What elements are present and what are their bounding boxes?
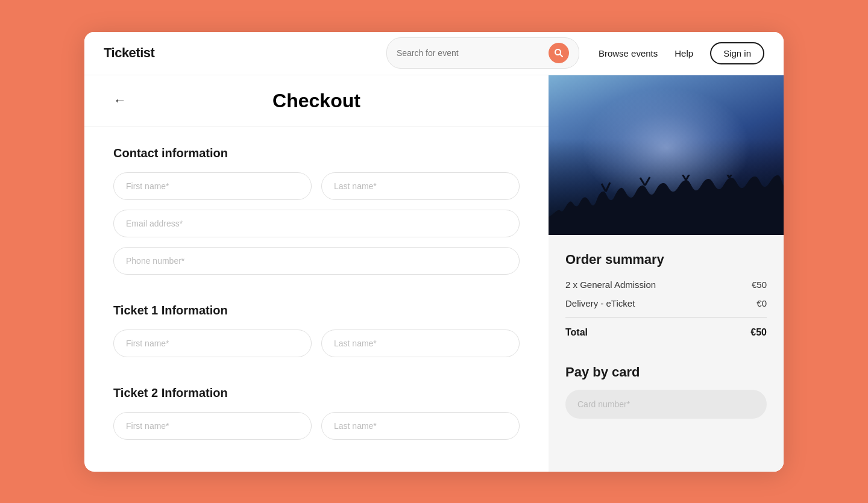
ticket2-name-row [113,412,520,440]
search-input[interactable] [397,48,544,58]
main-card: Ticketist Browse events Help Sign in ← C… [84,32,784,472]
svg-line-1 [560,54,562,57]
pay-title: Pay by card [565,364,767,380]
order-total-row: Total €50 [565,327,767,338]
svg-line-8 [725,175,729,178]
order-total-label: Total [565,327,588,338]
back-button[interactable]: ← [113,93,127,108]
card-number-input[interactable] [565,390,767,419]
ticket2-last-name[interactable] [321,412,520,440]
svg-line-5 [645,177,650,186]
ticket1-section-title: Ticket 1 Information [113,304,520,317]
contact-last-name[interactable] [321,172,520,200]
order-line-tickets: 2 x General Admission €50 [565,280,767,290]
nav-links: Browse events Help Sign in [599,42,764,64]
order-tickets-value: €50 [752,280,767,290]
order-summary-section: Order summary 2 x General Admission €50 … [549,235,784,364]
search-icon [554,48,564,58]
content-area: ← Checkout Contact information [84,75,784,472]
contact-phone[interactable] [113,247,520,275]
ticket1-name-row [113,330,520,357]
header: Ticketist Browse events Help Sign in [84,32,784,75]
right-panel: Order summary 2 x General Admission €50 … [549,75,784,472]
browse-events-link[interactable]: Browse events [599,48,658,58]
sign-in-button[interactable]: Sign in [710,42,764,64]
search-button[interactable] [549,43,569,63]
help-link[interactable]: Help [675,48,693,58]
left-panel: ← Checkout Contact information [84,75,549,472]
ticket2-section: Ticket 2 Information [84,386,549,469]
ticket1-first-name[interactable] [113,330,312,357]
order-summary-title: Order summary [565,252,767,267]
order-delivery-value: €0 [756,298,767,308]
svg-line-7 [686,175,691,180]
contact-phone-row [113,247,520,275]
svg-line-6 [681,175,686,180]
contact-section-title: Contact information [113,146,520,160]
contact-email-row [113,210,520,237]
pay-section: Pay by card [549,364,784,436]
order-total-value: €50 [750,327,767,338]
svg-line-2 [602,184,606,192]
contact-first-name[interactable] [113,172,312,200]
order-tickets-label: 2 x General Admission [565,280,656,290]
ticket1-section: Ticket 1 Information [84,304,549,386]
crowd-silhouette [549,175,784,235]
event-image [549,75,784,235]
svg-line-4 [640,178,645,186]
order-divider [565,317,767,317]
ticket1-last-name[interactable] [321,330,520,357]
search-container [386,37,579,69]
ticket2-section-title: Ticket 2 Information [113,386,520,400]
ticket2-first-name[interactable] [113,412,312,440]
checkout-title: Checkout [113,90,520,112]
order-line-delivery: Delivery - eTicket €0 [565,298,767,308]
svg-line-9 [729,175,734,178]
order-delivery-label: Delivery - eTicket [565,298,635,308]
logo: Ticketist [104,45,154,61]
contact-section: Contact information [84,127,549,304]
contact-email[interactable] [113,210,520,237]
contact-name-row [113,172,520,200]
checkout-header: ← Checkout [84,75,549,127]
svg-line-3 [606,183,610,192]
